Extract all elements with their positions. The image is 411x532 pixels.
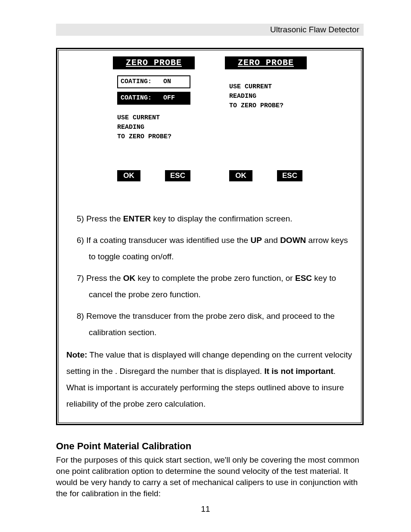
step-7: 7) Press the OK key to complete the prob…	[77, 270, 353, 303]
zero-probe-prompt: USE CURRENT READING TO ZERO PROBE?	[229, 82, 302, 111]
step-number: 5)	[77, 214, 84, 223]
prompt-line2: TO ZERO PROBE?	[117, 133, 171, 140]
step-text: If a coating transducer was identified u…	[86, 236, 250, 245]
step-number: 6)	[77, 236, 84, 245]
section-heading: One Point Material Calibration	[56, 441, 364, 452]
procedure-steps: 5) Press the ENTER key to display the co…	[77, 211, 353, 341]
step-text: key to complete the probe zero function,…	[135, 274, 295, 283]
lcd-title: ZERO PROBE	[113, 56, 195, 69]
zero-probe-prompt: USE CURRENT READING TO ZERO PROBE?	[117, 113, 190, 142]
prompt-line1: USE CURRENT READING	[117, 114, 160, 131]
procedure-box: ZERO PROBE COATING: ON COATING: OFF USE …	[58, 50, 361, 423]
step-5: 5) Press the ENTER key to display the co…	[77, 211, 353, 227]
prompt-line1: USE CURRENT READING	[229, 83, 272, 100]
lcd-button-row: OK ESC	[229, 170, 302, 181]
section-body: For the purposes of this quick start sec…	[56, 454, 364, 499]
page-number: 11	[0, 504, 411, 514]
lcd-title: ZERO PROBE	[225, 56, 307, 69]
key-up: UP	[250, 236, 262, 245]
esc-button[interactable]: ESC	[277, 170, 302, 181]
lcd-screen-confirm: ZERO PROBE USE CURRENT READING TO ZERO P…	[225, 56, 307, 186]
step-text: and	[262, 236, 280, 245]
lcd-body: COATING: ON COATING: OFF USE CURRENT REA…	[113, 69, 195, 142]
ok-button[interactable]: OK	[229, 170, 252, 181]
prompt-line2: TO ZERO PROBE?	[229, 102, 283, 109]
step-text: Remove the transducer from the probe zer…	[86, 311, 335, 337]
lcd-button-row: OK ESC	[117, 170, 190, 181]
lcd-body: USE CURRENT READING TO ZERO PROBE?	[225, 69, 307, 111]
header-title: Ultrasonic Flaw Detector	[270, 25, 359, 34]
step-text: key to display the confirmation screen.	[151, 214, 292, 223]
key-enter: ENTER	[123, 214, 151, 223]
coating-on-option[interactable]: COATING: ON	[117, 75, 190, 88]
esc-button[interactable]: ESC	[165, 170, 190, 181]
step-text: Press the	[86, 214, 123, 223]
step-8: 8) Remove the transducer from the probe …	[77, 308, 353, 341]
key-esc: ESC	[295, 274, 312, 283]
step-6: 6) If a coating transducer was identifie…	[77, 232, 353, 265]
key-ok: OK	[123, 274, 136, 283]
coating-off-option[interactable]: COATING: OFF	[117, 92, 190, 105]
step-text: Press the	[86, 274, 123, 283]
page-header: Ultrasonic Flaw Detector	[56, 24, 364, 36]
lcd-screens-row: ZERO PROBE COATING: ON COATING: OFF USE …	[66, 55, 353, 198]
step-number: 7)	[77, 274, 84, 283]
key-down: DOWN	[280, 236, 306, 245]
procedure-box-outer: ZERO PROBE COATING: ON COATING: OFF USE …	[56, 48, 364, 425]
note-emphasis: It is not important	[264, 367, 333, 376]
page: Ultrasonic Flaw Detector ZERO PROBE COAT…	[0, 0, 411, 532]
lcd-screen-coating: ZERO PROBE COATING: ON COATING: OFF USE …	[113, 56, 195, 186]
ok-button[interactable]: OK	[117, 170, 140, 181]
note-label: Note:	[66, 350, 87, 359]
step-number: 8)	[77, 311, 84, 320]
note-paragraph: Note: The value that is displayed will c…	[66, 347, 353, 412]
